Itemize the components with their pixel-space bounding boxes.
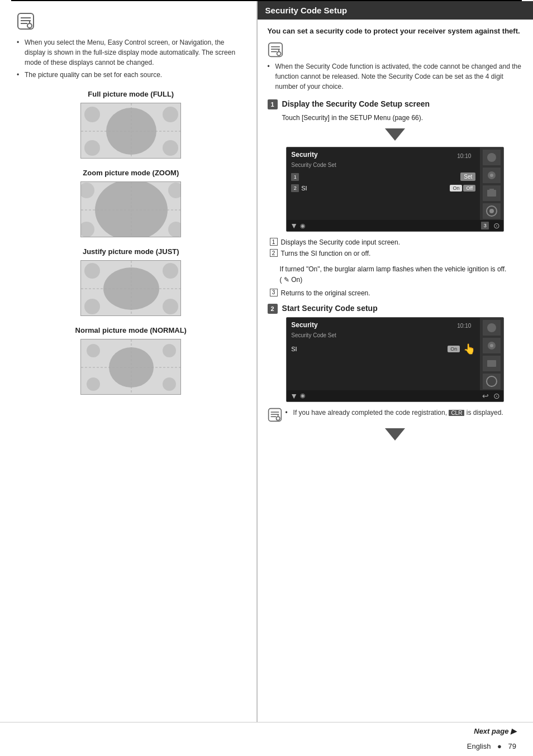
screen2-row1: SI On 👆 (291, 343, 475, 355)
left-bullet-list: When you select the Menu, Easy Control s… (17, 37, 245, 80)
note-svg-left (17, 12, 35, 30)
svg-rect-51 (489, 189, 494, 191)
zoom-mode-svg (81, 182, 181, 237)
svg-point-54 (489, 209, 494, 213)
screen1-bottom-nav: ◉ (300, 222, 306, 229)
screen2-sidebar-icon4 (483, 374, 501, 389)
touch-hand-icon: 👆 (463, 343, 475, 355)
page-number: 79 (508, 742, 516, 750)
screen1-on-btn[interactable]: On (450, 185, 462, 192)
normal-mode-title: Normal picture mode (NORMAL) (17, 326, 245, 334)
item3-text: Returns to the original screen. (281, 288, 370, 298)
screen1-si-label: SI (301, 185, 307, 192)
screen2-home-icon: ⊙ (493, 391, 500, 400)
footer: Next page ▶ (0, 722, 533, 740)
right-note-list: When the Security Code function is activ… (268, 61, 523, 92)
svg-point-26 (84, 299, 100, 314)
arrow-down-bottom (258, 428, 533, 441)
svg-point-32 (87, 344, 100, 357)
svg-point-4 (27, 23, 32, 28)
screen2-time: 10:10 (457, 323, 471, 329)
main-content: When you select the Menu, Easy Control s… (0, 1, 533, 722)
item3-badge: 3 (270, 289, 278, 296)
screen1-item-1: 1 Displays the Security code input scree… (270, 237, 523, 247)
zoom-mode-img (80, 181, 181, 237)
screen2-title: Security (291, 321, 317, 329)
screen1-back-arrow: ▼ (290, 221, 298, 230)
screen2-sidebar-icon3 (483, 356, 501, 371)
normal-mode-svg (81, 339, 181, 395)
right-inner: You can set a security code to protect y… (258, 26, 533, 424)
svg-point-56 (487, 323, 496, 332)
svg-point-10 (84, 140, 100, 156)
page-divider-dot: ● (497, 742, 502, 750)
screen2-subtitle: Security Code Set (291, 332, 475, 338)
left-bullet-1: When you select the Menu, Easy Control s… (17, 37, 245, 68)
screen1-title: Security (291, 151, 317, 159)
svg-point-11 (163, 140, 178, 156)
svg-point-68 (276, 417, 280, 420)
screen1-on-off: On Off (450, 185, 475, 192)
picture-mode-normal: Normal picture mode (NORMAL) (17, 326, 245, 395)
full-mode-title: Full picture mode (FULL) (17, 90, 245, 98)
svg-point-48 (490, 174, 493, 177)
intro-text: You can set a security code to protect y… (268, 26, 523, 36)
just-mode-svg (81, 261, 181, 316)
just-mode-title: Justify picture mode (JUST) (17, 247, 245, 256)
just-mode-img (80, 260, 181, 316)
svg-point-34 (87, 377, 100, 391)
full-mode-img (80, 103, 181, 159)
clr-badge: CLR (449, 410, 464, 416)
screen-main-2: Security 10:10 Security Code Set SI On (287, 318, 480, 390)
screen2-bottom-bar: ▼ ◉ ↩ ⊙ (287, 390, 503, 401)
step1-title: Display the Security Code Setup screen (282, 99, 430, 108)
screen2-bottom-nav: ◉ (300, 392, 306, 399)
screen1-badge2: 2 (291, 184, 299, 192)
language-label: English (467, 742, 491, 750)
svg-point-27 (163, 299, 178, 314)
screen1-off-btn[interactable]: Off (463, 185, 475, 192)
screen1-numbered-list: 1 Displays the Security code input scree… (268, 237, 523, 259)
screen1-badge1: 1 (291, 173, 299, 181)
normal-mode-img (80, 339, 181, 395)
screen2-si-label: SI (291, 346, 297, 352)
screen1-set-btn[interactable]: Set (460, 173, 475, 181)
screen1-sidebar (480, 147, 503, 220)
screen-mockup-2: Security 10:10 Security Code Set SI On (286, 317, 504, 402)
screen1-item-3: 3 Returns to the original screen. (270, 288, 523, 298)
screen2-sidebar-icon1 (483, 320, 501, 336)
right-column: Security Code Setup You can set a securi… (258, 1, 533, 722)
step2-note-icon (268, 408, 282, 424)
english-page-line: English ● 79 (0, 740, 533, 756)
screen-inner-1: Security 10:10 Security Code Set 1 Set (287, 147, 503, 220)
step2-title: Start Security Code setup (282, 304, 378, 313)
screen-main-1: Security 10:10 Security Code Set 1 Set (287, 147, 480, 220)
svg-point-24 (84, 263, 100, 279)
screen2-on-btn[interactable]: On (448, 346, 460, 352)
note-icon-right (268, 42, 523, 59)
screen1-indent: If turned "On", the burglar alarm lamp f… (268, 264, 523, 285)
svg-point-59 (490, 344, 493, 347)
item1-text: Displays the Security code input screen. (281, 237, 400, 247)
svg-point-42 (277, 52, 280, 56)
screen1-sidebar-icon2 (483, 168, 501, 183)
svg-point-33 (163, 344, 176, 357)
step2-num: 2 (268, 304, 278, 314)
section-header: Security Code Setup (258, 1, 533, 20)
svg-rect-2 (21, 20, 31, 21)
screen1-bottom-bar: ▼ ◉ 3 ⊙ (287, 220, 503, 231)
svg-rect-65 (270, 412, 279, 413)
screen1-sidebar-icon3 (483, 185, 501, 201)
screen1-row1: 1 Set (291, 173, 475, 181)
arrow-down-shape-bottom (385, 428, 405, 441)
left-column: When you select the Menu, Easy Control s… (0, 1, 257, 722)
picture-mode-zoom: Zoom picture mode (ZOOM) (17, 169, 245, 237)
svg-rect-66 (270, 414, 279, 415)
screen1-item-2: 2 Turns the SI function on or off. (270, 248, 523, 259)
step1-body: Touch [Security] in the SETUP Menu (page… (282, 113, 523, 123)
svg-rect-40 (271, 49, 280, 50)
screen1-sidebar-icon4 (483, 203, 501, 219)
item1-badge: 1 (270, 238, 278, 246)
next-page-label: Next page ▶ (474, 727, 516, 735)
screen2-sidebar-icon2 (483, 338, 501, 353)
